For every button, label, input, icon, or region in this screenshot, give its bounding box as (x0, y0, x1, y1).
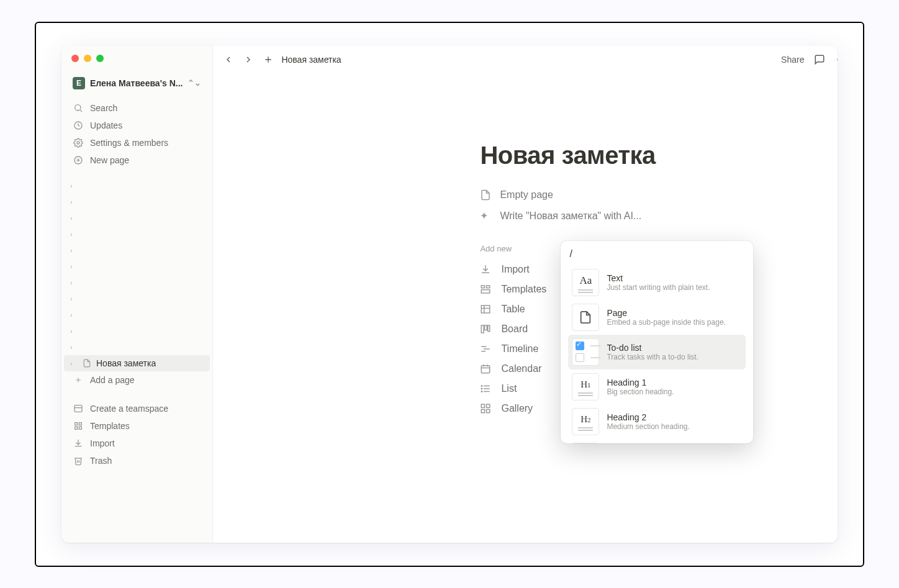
gallery-icon (480, 403, 492, 414)
svg-point-3 (77, 142, 79, 144)
chevron-right-icon[interactable]: › (70, 182, 79, 189)
svg-rect-20 (482, 286, 485, 288)
chevron-right-icon[interactable]: › (70, 343, 79, 351)
close-window-icon[interactable] (71, 55, 79, 62)
templates-icon (480, 284, 492, 295)
text-thumb-icon: Aa (572, 269, 599, 296)
tree-item[interactable]: › (64, 178, 210, 194)
sidebar-settings[interactable]: Settings & members (64, 134, 210, 152)
nav-forward-button[interactable] (242, 53, 255, 66)
addnew-templates-label: Templates (501, 284, 546, 295)
write-with-ai-option[interactable]: ✦ Write "Новая заметка" with AI... (480, 206, 838, 227)
page-title[interactable]: Новая заметка (480, 142, 838, 170)
svg-rect-27 (485, 325, 487, 330)
addnew-table-label: Table (501, 304, 525, 315)
sidebar-templates[interactable]: Templates (64, 417, 210, 435)
svg-rect-9 (75, 422, 78, 425)
chevron-right-icon[interactable]: › (70, 247, 79, 254)
sidebar-import-label: Import (90, 438, 115, 448)
share-button[interactable]: Share (781, 55, 804, 65)
block-menu-query[interactable]: / (568, 247, 746, 265)
write-with-ai-label: Write "Новая заметка" with AI... (500, 210, 641, 222)
sidebar-import[interactable]: Import (64, 435, 210, 452)
empty-page-option[interactable]: Empty page (480, 184, 838, 206)
tree-item[interactable]: › (64, 210, 210, 226)
gear-icon (73, 138, 84, 148)
addnew-gallery-label: Gallery (501, 403, 533, 414)
history-icon[interactable] (835, 53, 838, 66)
calendar-icon (480, 363, 492, 374)
todo-thumb-icon (572, 338, 599, 366)
nav-back-button[interactable] (222, 53, 235, 66)
svg-rect-45 (487, 409, 490, 412)
board-icon (480, 323, 492, 335)
sidebar: E Елена Матвеева's N... ⌃⌄ Search Update… (61, 46, 213, 543)
tree-item[interactable]: › (64, 339, 210, 355)
page-icon (480, 189, 492, 201)
breadcrumb-title[interactable]: Новая заметка (281, 55, 341, 65)
chevron-right-icon[interactable]: › (70, 327, 79, 335)
tree-item[interactable]: › (64, 258, 210, 274)
addnew-board-label: Board (501, 323, 528, 335)
tree-item[interactable]: › (64, 194, 210, 210)
block-option-desc: Just start writing with plain text. (607, 283, 710, 292)
chevron-right-icon[interactable]: › (70, 263, 79, 270)
chevron-right-icon[interactable]: › (70, 214, 79, 222)
sidebar-create-teamspace[interactable]: Create a teamspace (64, 400, 210, 417)
page-thumb-icon (572, 304, 599, 331)
chevron-right-icon[interactable]: › (70, 295, 79, 302)
tree-item[interactable]: › (64, 242, 210, 258)
tree-item[interactable]: › (64, 226, 210, 242)
block-option-title: Text (607, 273, 710, 283)
sidebar-add-page[interactable]: ＋ Add a page (64, 371, 210, 389)
chevron-right-icon[interactable]: › (70, 198, 79, 206)
teamspace-icon (73, 404, 84, 414)
page-icon (83, 359, 93, 368)
block-option-h1[interactable]: H1 Heading 1Big section heading. (568, 369, 746, 404)
block-option-page[interactable]: PageEmbed a sub-page inside this page. (568, 300, 746, 335)
timeline-icon (480, 343, 492, 355)
list-icon (480, 383, 492, 394)
chevron-updown-icon: ⌃⌄ (187, 79, 201, 87)
block-option-todo[interactable]: To-do listTrack tasks with a to-do list. (568, 335, 746, 369)
svg-point-0 (75, 104, 81, 110)
block-menu-list[interactable]: Aa TextJust start writing with plain tex… (568, 265, 746, 443)
chevron-right-icon[interactable]: › (70, 311, 79, 319)
sidebar-trash[interactable]: Trash (64, 452, 210, 469)
templates-icon (73, 421, 84, 431)
comments-icon[interactable] (813, 53, 826, 66)
sidebar-updates[interactable]: Updates (64, 117, 210, 134)
tree-item-current[interactable]: › Новая заметка (64, 355, 210, 371)
addnew-calendar-label: Calendar (501, 363, 541, 374)
svg-rect-23 (482, 305, 490, 313)
tree-item[interactable]: › (64, 307, 210, 323)
chevron-right-icon[interactable]: › (70, 279, 79, 286)
tree-item[interactable]: › (64, 274, 210, 291)
chevron-right-icon[interactable]: › (70, 230, 79, 238)
empty-page-label: Empty page (500, 189, 553, 201)
block-option-h2[interactable]: H2 Heading 2Medium section heading. (568, 404, 746, 439)
block-option-h3[interactable]: H3 Heading 3Small section heading. (568, 439, 746, 443)
tree-item[interactable]: › (64, 323, 210, 339)
svg-rect-10 (79, 422, 81, 425)
sidebar-templates-label: Templates (90, 421, 130, 431)
minimize-window-icon[interactable] (84, 55, 91, 62)
block-option-desc: Track tasks with a to-do list. (607, 353, 698, 361)
clock-icon (73, 120, 84, 130)
new-tab-button[interactable] (261, 53, 275, 66)
block-option-text[interactable]: Aa TextJust start writing with plain tex… (568, 265, 746, 300)
sidebar-search-label: Search (90, 103, 117, 113)
workspace-switcher[interactable]: E Елена Матвеева's N... ⌃⌄ (65, 73, 209, 93)
main-area: Новая заметка Share Новая зам (213, 46, 838, 543)
chevron-right-icon[interactable]: › (70, 360, 79, 367)
tree-item[interactable]: › (64, 291, 210, 307)
workspace-badge: E (73, 77, 85, 89)
svg-line-1 (80, 110, 82, 112)
zoom-window-icon[interactable] (96, 55, 104, 62)
h3-thumb-icon: H3 (572, 443, 599, 443)
svg-rect-21 (487, 286, 490, 288)
sidebar-new-page[interactable]: New page (64, 152, 210, 169)
sidebar-add-page-label: Add a page (90, 375, 135, 385)
sidebar-search[interactable]: Search (64, 99, 210, 117)
plus-circle-icon (73, 155, 84, 165)
